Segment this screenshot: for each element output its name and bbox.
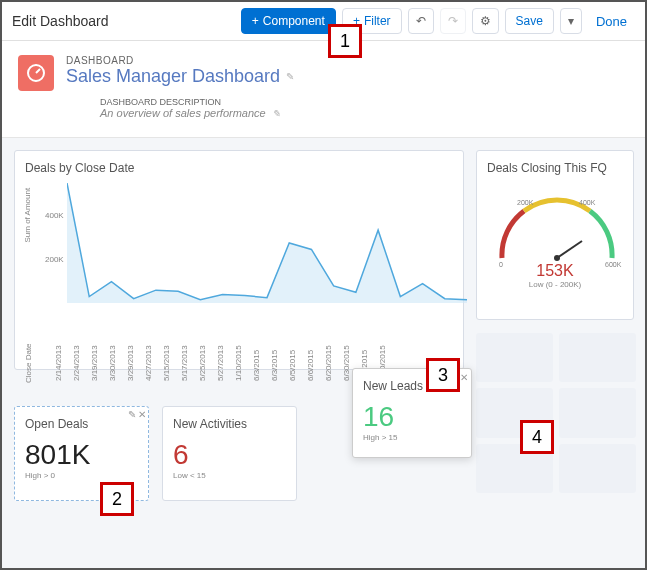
new-activities-card[interactable]: New Activities 6 Low < 15 xyxy=(162,406,297,501)
new-activities-title: New Activities xyxy=(173,417,286,431)
dashboard-desc[interactable]: An overview of sales performance ✎ xyxy=(100,107,629,119)
empty-slot[interactable] xyxy=(559,388,636,437)
dashboard-desc-label: DASHBOARD DESCRIPTION xyxy=(100,97,629,107)
new-leads-value: 16 xyxy=(363,401,461,433)
dashboard-canvas[interactable]: Deals by Close Date Sum of Amount 400K 2… xyxy=(2,138,645,568)
save-menu-button[interactable]: ▾ xyxy=(560,8,582,34)
gauge-sub: Low (0 - 200K) xyxy=(487,280,623,289)
new-leads-sub: High > 15 xyxy=(363,433,461,442)
close-icon[interactable]: ✕ xyxy=(460,372,468,383)
callout-4: 4 xyxy=(520,420,554,454)
plus-icon: + xyxy=(252,14,259,28)
y-tick: 200K xyxy=(45,255,64,264)
callout-3: 3 xyxy=(426,358,460,392)
close-icon[interactable]: ✕ xyxy=(138,409,146,420)
dashboard-icon xyxy=(18,55,54,91)
undo-button[interactable]: ↶ xyxy=(408,8,434,34)
y-tick: 400K xyxy=(45,211,64,220)
open-deals-sub: High > 0 xyxy=(25,471,138,480)
new-activities-value: 6 xyxy=(173,439,286,471)
svg-line-1 xyxy=(36,69,40,73)
empty-slot[interactable] xyxy=(559,333,636,382)
top-toolbar: Edit Dashboard + Component + Filter ↶ ↷ … xyxy=(2,2,645,41)
line-chart: Sum of Amount 400K 200K Close Date 2/14/… xyxy=(35,183,455,333)
dashboard-title[interactable]: Sales Manager Dashboard ✎ xyxy=(66,66,629,87)
redo-button[interactable]: ↷ xyxy=(440,8,466,34)
open-deals-title: Open Deals xyxy=(25,417,138,431)
x-axis-label: Close Date xyxy=(24,343,33,383)
page-title: Edit Dashboard xyxy=(12,13,109,29)
redo-icon: ↷ xyxy=(448,14,458,28)
dashboard-header: DASHBOARD Sales Manager Dashboard ✎ DASH… xyxy=(2,41,645,138)
empty-slot[interactable] xyxy=(559,444,636,493)
deals-closing-fq-card[interactable]: Deals Closing This FQ 0 200K 400K 600K 1… xyxy=(476,150,634,320)
svg-point-3 xyxy=(554,255,560,261)
svg-text:200K: 200K xyxy=(517,199,534,206)
svg-text:0: 0 xyxy=(499,261,503,268)
edit-desc-icon[interactable]: ✎ xyxy=(272,108,280,119)
add-component-label: Component xyxy=(263,14,325,28)
deals-by-close-date-card[interactable]: Deals by Close Date Sum of Amount 400K 2… xyxy=(14,150,464,370)
new-activities-sub: Low < 15 xyxy=(173,471,286,480)
add-filter-label: Filter xyxy=(364,14,391,28)
empty-grid-area[interactable] xyxy=(476,333,636,493)
save-button[interactable]: Save xyxy=(505,8,554,34)
chevron-down-icon: ▾ xyxy=(568,14,574,28)
svg-text:400K: 400K xyxy=(579,199,596,206)
callout-2: 2 xyxy=(100,482,134,516)
svg-text:600K: 600K xyxy=(605,261,622,268)
svg-line-2 xyxy=(557,241,582,258)
edit-title-icon[interactable]: ✎ xyxy=(286,71,294,82)
empty-slot[interactable] xyxy=(476,333,553,382)
add-component-button[interactable]: + Component xyxy=(241,8,336,34)
done-button[interactable]: Done xyxy=(588,9,635,34)
settings-button[interactable]: ⚙ xyxy=(472,8,499,34)
chart-title: Deals by Close Date xyxy=(25,161,453,175)
gauge-value: 153K xyxy=(487,262,623,280)
gear-icon: ⚙ xyxy=(480,14,491,28)
edit-icon[interactable]: ✎ xyxy=(128,409,136,420)
y-axis-label: Sum of Amount xyxy=(23,188,32,243)
open-deals-value: 801K xyxy=(25,439,138,471)
callout-1: 1 xyxy=(328,24,362,58)
undo-icon: ↶ xyxy=(416,14,426,28)
gauge-title: Deals Closing This FQ xyxy=(487,161,623,175)
gauge-chart: 0 200K 400K 600K xyxy=(487,183,627,268)
